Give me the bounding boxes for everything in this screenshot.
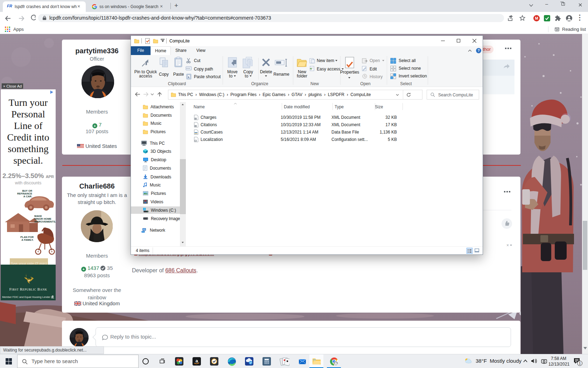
svg-text:a: a <box>195 358 198 363</box>
